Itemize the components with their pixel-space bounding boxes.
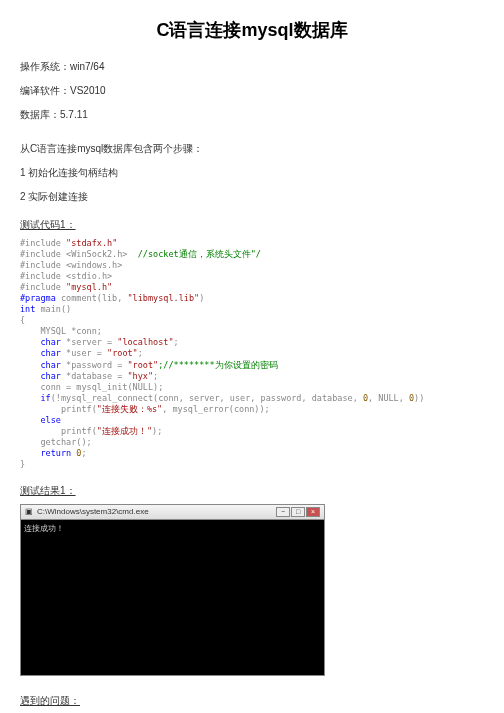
terminal-output: 连接成功！ [24,523,321,534]
maximize-button[interactable]: □ [291,507,305,517]
window-controls: − □ × [276,507,320,517]
terminal-body: 连接成功！ [21,520,324,675]
os-value: win7/64 [70,61,104,72]
terminal-titlebar: ▣ C:\Windows\system32\cmd.exe − □ × [21,505,324,520]
db-info: 数据库：5.7.11 [20,108,484,122]
compiler-label: 编译软件： [20,85,70,96]
os-info: 操作系统：win7/64 [20,60,484,74]
db-label: 数据库： [20,109,60,120]
terminal-title: C:\Windows\system32\cmd.exe [33,507,276,516]
compiler-value: VS2010 [70,85,106,96]
os-label: 操作系统： [20,61,70,72]
page-title: C语言连接mysql数据库 [20,18,484,42]
code-block-1: #include "stdafx.h" #include <WinSock2.h… [20,238,484,470]
db-value: 5.7.11 [60,109,88,120]
code1-heading: 测试代码1： [20,218,484,232]
minimize-button[interactable]: − [276,507,290,517]
step-1: 1 初始化连接句柄结构 [20,166,484,180]
terminal-icon: ▣ [25,507,33,516]
compiler-info: 编译软件：VS2010 [20,84,484,98]
close-button[interactable]: × [306,507,320,517]
problem-heading: 遇到的问题： [20,694,484,708]
intro-line: 从C语言连接mysql数据库包含两个步骤： [20,142,484,156]
result1-heading: 测试结果1： [20,484,484,498]
terminal-window: ▣ C:\Windows\system32\cmd.exe − □ × 连接成功… [20,504,325,676]
step-2: 2 实际创建连接 [20,190,484,204]
